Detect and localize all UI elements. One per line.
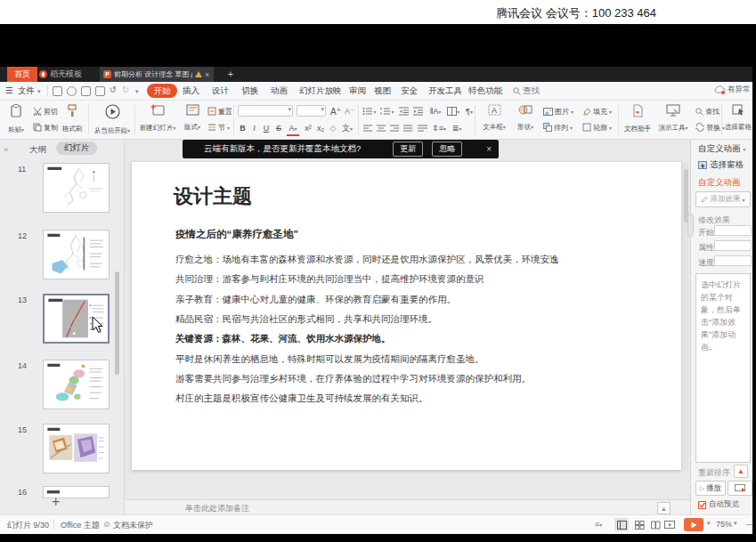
theme-name[interactable]: Office 主题 xyxy=(61,520,100,531)
menu-file[interactable]: 文件 xyxy=(18,85,35,97)
tab-docer[interactable]: 稻壳模板 xyxy=(39,67,82,82)
font-name-select[interactable] xyxy=(238,105,293,117)
align-right-button[interactable] xyxy=(389,122,400,134)
bold-button[interactable]: B xyxy=(238,122,248,134)
print-preview-icon[interactable] xyxy=(95,86,105,96)
doc-assistant-button[interactable]: 文档助手 xyxy=(622,102,654,138)
slide-thumbnail-11[interactable] xyxy=(43,163,110,213)
slide-canvas[interactable]: 设计主题 疫情之后的“康养疗愈圣地” 疗愈之地：场地有丰富的森林资源和水资源，同… xyxy=(132,162,681,470)
new-tab-button[interactable]: + xyxy=(224,68,237,80)
panel-collapse-icon[interactable]: « xyxy=(4,144,8,154)
menu-tab-insert[interactable]: 插入 xyxy=(183,85,199,97)
notes-toggle[interactable]: ≡▾ xyxy=(595,520,602,529)
font-size-select[interactable] xyxy=(297,105,326,117)
numbered-list-button[interactable]: ▾ xyxy=(380,105,394,117)
align-center-button[interactable] xyxy=(376,122,386,134)
outline-button[interactable]: 轮廓▾ xyxy=(582,121,612,133)
text-box-button[interactable]: A 文本框▾ xyxy=(479,102,509,138)
paragraph-settings-button[interactable]: ¶▾ xyxy=(463,105,476,117)
align-left-button[interactable] xyxy=(362,122,373,134)
menu-tab-security[interactable]: 安全 xyxy=(401,85,418,97)
zoom-level[interactable]: 75% xyxy=(716,520,732,529)
distribute-button[interactable] xyxy=(416,122,428,134)
panel-selection-pane[interactable]: 选择窗格 xyxy=(698,159,744,171)
reset-button[interactable]: 重置 xyxy=(207,105,232,117)
italic-button[interactable]: I xyxy=(250,122,258,134)
auto-preview-checkbox[interactable]: 自动预览 xyxy=(698,499,739,510)
menu-tab-features[interactable]: 特色功能 xyxy=(468,85,502,97)
menu-tab-view[interactable]: 视图 xyxy=(374,85,391,97)
columns-button[interactable]: ▾ xyxy=(446,105,460,117)
justify-button[interactable] xyxy=(402,122,413,134)
new-slide-button[interactable]: 新建幻灯片▾ xyxy=(138,102,177,138)
presenter-view-button[interactable] xyxy=(663,518,677,531)
clear-format-button[interactable]: ◇ xyxy=(328,122,338,134)
ignore-button[interactable]: 忽略 xyxy=(432,142,462,157)
tab-close-icon[interactable]: × xyxy=(205,70,209,79)
strikethrough-button[interactable]: S xyxy=(274,122,283,134)
outline-tab[interactable]: 大纲 xyxy=(29,144,46,156)
slideshow-play-button[interactable] xyxy=(684,518,703,531)
undo-icon[interactable]: ↺ xyxy=(110,85,117,94)
shapes-button[interactable]: 形状▾ xyxy=(511,102,540,138)
slide-thumbnail-15[interactable] xyxy=(43,424,110,473)
menu-tab-animation[interactable]: 动画 xyxy=(271,85,288,97)
increase-indent-button[interactable] xyxy=(412,105,424,117)
thumbnail-scrollbar[interactable] xyxy=(115,271,119,375)
underline-button[interactable]: U xyxy=(262,122,271,134)
quickbar-more-icon[interactable]: ▾ xyxy=(135,88,139,95)
slideshow-button[interactable] xyxy=(728,481,752,496)
layout-button[interactable]: 版式▾ xyxy=(179,102,206,138)
play-from-current-button[interactable]: 从当前开始▾ xyxy=(92,102,133,138)
format-painter-button[interactable]: 格式刷 xyxy=(59,102,85,138)
add-effect-button[interactable]: 添加效果▾ xyxy=(695,191,751,207)
line-spacing-button[interactable]: ⇕≡▾ xyxy=(432,122,446,134)
update-button[interactable]: 更新 xyxy=(393,142,423,157)
slide-thumbnail-12[interactable] xyxy=(43,230,110,279)
selection-pane-button[interactable]: 选择窗格 xyxy=(724,102,752,138)
menu-tab-review[interactable]: 审阅 xyxy=(349,85,366,97)
cut-button[interactable]: 剪切 xyxy=(33,105,58,117)
new-file-icon[interactable] xyxy=(53,86,62,96)
fill-button[interactable]: 填充▾ xyxy=(582,105,612,117)
print-icon[interactable] xyxy=(81,86,91,96)
text-tools-button[interactable]: 文▾ xyxy=(340,122,354,134)
text-direction-button[interactable]: ‖A▾ xyxy=(427,105,443,117)
slides-tab[interactable]: 幻灯片 xyxy=(56,142,97,155)
subscript-button[interactable]: x₂ xyxy=(315,122,326,134)
notification-close-icon[interactable]: × xyxy=(486,144,492,154)
menu-tab-devtools[interactable]: 开发工具 xyxy=(428,85,462,97)
save-icon[interactable] xyxy=(67,86,77,96)
notes-bar[interactable]: 单击此处添加备注 ▲ xyxy=(125,499,690,514)
paste-button[interactable]: 粘贴▾ xyxy=(4,102,28,138)
section-button[interactable]: 节▾ xyxy=(207,121,230,133)
menu-tab-slideshow[interactable]: 幻灯片放映 xyxy=(299,85,342,97)
increase-font-button[interactable]: A⁺ xyxy=(330,105,341,117)
notes-collapse-icon[interactable]: ▲ xyxy=(657,502,671,514)
cloud-sync-status[interactable]: 有异常 xyxy=(714,85,751,95)
picture-button[interactable]: 图片▾ xyxy=(543,105,573,117)
panel-resize-handle[interactable] xyxy=(687,214,694,237)
start-input[interactable] xyxy=(714,225,752,236)
arrange-button[interactable]: 排列▾ xyxy=(543,121,573,133)
font-color-button[interactable]: A▾ xyxy=(287,122,299,136)
smart-typeset-button[interactable]: ≣▾ xyxy=(450,122,464,134)
tab-document[interactable]: P 前期分析 设计理念 草图.pptx × xyxy=(100,67,214,82)
present-tools-button[interactable]: 演示工具▾ xyxy=(655,102,691,138)
menu-tab-home[interactable]: 开始 xyxy=(147,84,177,98)
hamburger-icon[interactable]: ☰ xyxy=(5,85,13,95)
bullet-list-button[interactable]: ▾ xyxy=(362,105,377,117)
copy-button[interactable]: 复制 xyxy=(33,121,58,133)
zoom-options-icon[interactable]: ▾ xyxy=(734,520,737,527)
play-options-icon[interactable]: ▾ xyxy=(707,520,711,527)
protection-status[interactable]: 文档未保护 xyxy=(113,520,153,531)
file-dropdown-icon[interactable]: ▾ xyxy=(37,88,41,95)
play-animation-button[interactable]: ▷播放 xyxy=(695,481,726,496)
decrease-indent-button[interactable] xyxy=(398,105,410,117)
reorder-up-button[interactable]: ▲ xyxy=(734,465,748,478)
redo-icon[interactable]: ↻ xyxy=(122,85,129,94)
slide-sorter-button[interactable] xyxy=(632,518,646,531)
normal-view-button[interactable] xyxy=(614,518,629,531)
speed-input[interactable] xyxy=(714,255,752,266)
menu-tab-transition[interactable]: 切换 xyxy=(241,85,258,97)
